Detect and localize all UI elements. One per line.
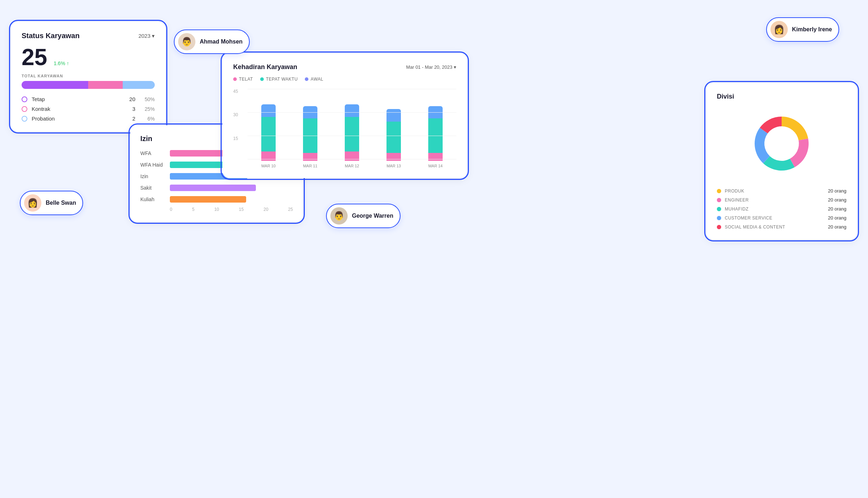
date-range-text: Mar 01 - Mar 20, 2023 [406,64,452,70]
employee-row-tetap: Tetap 20 50% [22,96,155,102]
divisi-count-smc: 20 orang [828,224,846,230]
donut-container [717,108,846,180]
izin-label-sakit: Sakit [140,185,166,191]
divisi-row-smc: SOCIAL MEDIA & CONTENT 20 orang [717,224,846,230]
divisi-count-muhafidz: 20 orang [828,206,846,212]
izin-label-wfa: WFA [140,150,166,156]
divisi-name-produk: PRODUK [725,189,824,194]
emp-count-kontrak: 3 [125,106,135,112]
divisi-dot-muhafidz [717,207,721,211]
bar-kontrak [88,81,123,89]
emp-pct-probation: 6% [140,116,155,122]
bar-label: MAR 11 [303,164,317,168]
bar-label: MAR 13 [386,164,401,168]
bar-label: MAR 10 [261,164,276,168]
legend-label-tepat: TEPAT WAKTU [266,77,298,82]
izin-bar-kuliah [170,196,246,203]
donut-segment [763,156,795,171]
izin-axis: 0 5 10 15 20 25 [140,207,293,212]
person-badge-ahmad[interactable]: 👨 Ahmad Mohsen [174,30,250,54]
legend-awal: AWAL [305,77,323,82]
person-name-george: George Warren [352,213,393,219]
bar-group-mar-11: MAR 11 [289,106,331,168]
person-name-ahmad: Ahmad Mohsen [200,39,243,45]
bar-label: MAR 14 [428,164,443,168]
legend-telat: TELAT [233,77,253,82]
izin-label-kuliah: Kuliah [140,196,166,202]
emp-pct-kontrak: 25% [140,106,155,112]
status-title: Status Karyawan [22,32,80,40]
divisi-count-cs: 20 orang [828,215,846,221]
legend-label-telat: TELAT [239,77,253,82]
stacked-bar [428,106,443,161]
kehadiran-header: Kehadiran Karyawan Mar 01 - Mar 20, 2023… [233,63,456,71]
employee-list: Tetap 20 50% Kontrak 3 25% Probation 2 6… [22,96,155,122]
avatar-ahmad: 👨 [178,33,195,50]
bar-chart-container: 45 30 15 MAR 10MAR 11MAR 12MAR 13MAR 14 [233,89,456,168]
total-label: TOTAL KARYAWAN [22,74,155,78]
izin-row-sakit: Sakit [140,185,293,191]
person-badge-belle[interactable]: 👩 Belle Swan [20,191,83,215]
izin-label-izin: Izin [140,173,166,179]
status-header: Status Karyawan 2023 ▾ [22,32,155,40]
legend-dot-telat [233,77,237,81]
divisi-dot-cs [717,216,721,220]
status-karyawan-card: Status Karyawan 2023 ▾ 25 1.6% ↑ TOTAL K… [11,22,166,132]
stacked-bar [303,106,317,161]
divisi-row-muhafidz: MUHAFIDZ 20 orang [717,206,846,212]
status-bar-stack [22,81,155,89]
emp-name-tetap: Tetap [32,96,120,102]
avatar-kimberly: 👩 [770,21,788,38]
divisi-row-produk: PRODUK 20 orang [717,188,846,194]
legend-dot-tepat [260,77,264,81]
donut-segment [790,139,809,167]
emp-pct-tetap: 50% [140,96,155,102]
izin-label-wfahaid: WFA Haid [140,162,166,168]
kehadiran-title: Kehadiran Karyawan [233,63,297,71]
divisi-name-smc: SOCIAL MEDIA & CONTENT [725,225,824,230]
bar-group-mar-13: MAR 13 [373,109,415,168]
y-axis: 45 30 15 [233,89,238,168]
avatar-george: 👨 [330,207,348,225]
stacked-bar [345,104,359,161]
izin-bar-sakit-wrap [170,185,293,191]
person-badge-george[interactable]: 👨 George Warren [326,204,401,228]
emp-count-tetap: 20 [125,96,135,102]
dot-probation [22,116,27,122]
legend-label-awal: AWAL [311,77,323,82]
stacked-bar [386,109,401,161]
person-badge-kimberly[interactable]: 👩 Kimberly Irene [766,17,839,42]
stacked-bar [261,104,276,161]
chevron-down-icon: ▾ [454,64,456,70]
divisi-count-produk: 20 orang [828,188,846,194]
izin-bar-sakit [170,185,256,191]
bar-chart: 45 30 15 MAR 10MAR 11MAR 12MAR 13MAR 14 [233,89,456,168]
divisi-dot-smc [717,225,721,229]
bar-group-mar-10: MAR 10 [248,104,289,168]
divisi-title: Divisi [717,93,846,100]
emp-name-kontrak: Kontrak [32,106,120,112]
izin-bar-kuliah-wrap [170,196,293,203]
date-range[interactable]: Mar 01 - Mar 20, 2023 ▾ [406,64,456,70]
legend-dot-awal [305,77,308,81]
divisi-name-engineer: ENGINEER [725,198,824,203]
bar-tetap [22,81,88,89]
donut-chart [746,108,818,180]
emp-count-probation: 2 [125,116,135,122]
person-name-kimberly: Kimberly Irene [792,26,832,33]
year-selector[interactable]: 2023 ▾ [139,33,155,39]
employee-row-kontrak: Kontrak 3 25% [22,106,155,112]
bar-group-mar-12: MAR 12 [331,104,373,168]
bar-label: MAR 12 [345,164,359,168]
divisi-name-muhafidz: MUHAFIDZ [725,207,824,212]
divisi-list: PRODUK 20 orang ENGINEER 20 orang MUHAFI… [717,188,846,230]
dot-tetap [22,96,27,102]
legend-tepat: TEPAT WAKTU [260,77,298,82]
divisi-row-engineer: ENGINEER 20 orang [717,197,846,203]
avatar-belle: 👩 [24,194,41,212]
divisi-card: Divisi PRODUK 20 orang ENGINEER 20 orang… [706,83,857,240]
person-name-belle: Belle Swan [46,200,76,206]
divisi-dot-engineer [717,198,721,202]
kehadiran-card: Kehadiran Karyawan Mar 01 - Mar 20, 2023… [222,53,467,178]
chevron-icon: ▾ [152,33,155,39]
